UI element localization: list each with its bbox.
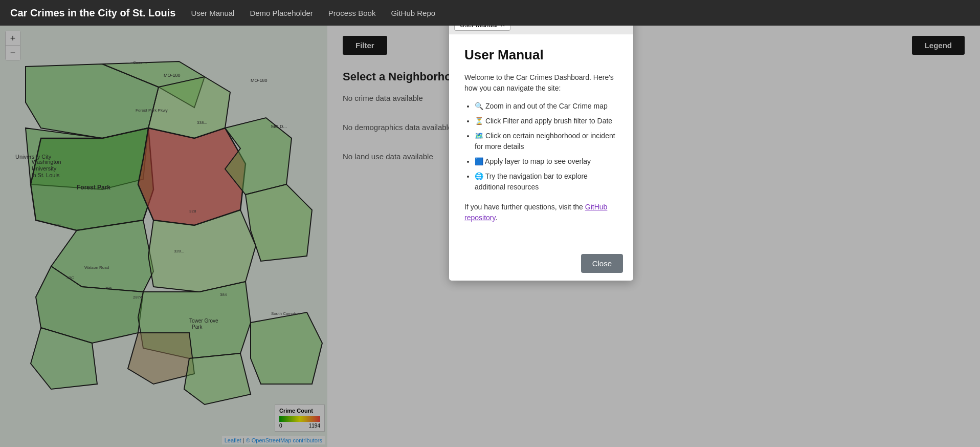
modal-overlay: User Manual × User Manual Welcome to the… [0,0,980,447]
modal-close-section: Close [449,246,633,281]
modal-body: User Manual Welcome to the Car Crimes Da… [449,34,633,246]
modal-list-item-4: 🟦 Apply layer to map to see overlay [475,156,618,167]
modal-intro: Welcome to the Car Crimes Dashboard. Her… [464,72,618,94]
modal-list-item-2: ⏳ Click Filter and apply brush filter to… [475,116,618,126]
modal-list-item-5: 🌐 Try the navigation bar to explore addi… [475,171,618,193]
navbar: Car Crimes in the City of St. Louis User… [0,0,980,26]
modal-list-item-3: 🗺️ Click on certain neighborhood or inci… [475,131,618,152]
nav-github-repo[interactable]: GitHub Repo [391,9,435,17]
app-title: Car Crimes in the City of St. Louis [10,7,175,19]
footer-suffix: . [495,214,497,222]
modal-footer-text: If you have further questions, visit the… [464,202,618,223]
modal-heading: User Manual [464,47,618,63]
nav-process-book[interactable]: Process Book [328,9,376,17]
modal-list-item-1: 🔍 Zoom in and out of the Car Crime map [475,101,618,112]
user-manual-modal: User Manual × User Manual Welcome to the… [449,15,633,281]
modal-close-button[interactable]: Close [581,254,623,273]
nav-demo-placeholder[interactable]: Demo Placeholder [250,9,313,17]
nav-user-manual[interactable]: User Manual [191,9,234,17]
footer-prefix: If you have further questions, visit the [464,203,583,211]
modal-instruction-list: 🔍 Zoom in and out of the Car Crime map ⏳… [464,101,618,193]
